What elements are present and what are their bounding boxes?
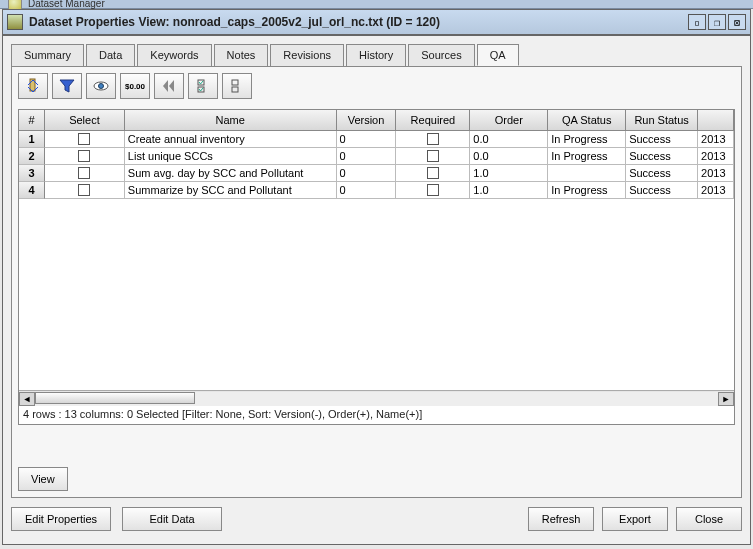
checkbox-icon[interactable] [427, 167, 439, 179]
cell-name: Summarize by SCC and Pollutant [125, 182, 337, 199]
table-status: 4 rows : 13 columns: 0 Selected [Filter:… [19, 406, 734, 424]
checkbox-icon[interactable] [78, 184, 90, 196]
close-icon[interactable]: ⊠ [728, 14, 746, 30]
cell-order: 1.0 [470, 182, 548, 199]
clear-selection-icon[interactable] [222, 73, 252, 99]
edit-data-button[interactable]: Edit Data [122, 507, 222, 531]
checkbox-icon[interactable] [78, 167, 90, 179]
col-header-name[interactable]: Name [125, 110, 337, 130]
window-titlebar[interactable]: Dataset Properties View: nonroad_caps_20… [2, 9, 751, 35]
format-icon[interactable]: $0.00 [120, 73, 150, 99]
edit-properties-button[interactable]: Edit Properties [11, 507, 111, 531]
select-checkbox[interactable] [45, 148, 125, 165]
toolbar: $0.00 [12, 67, 741, 105]
refresh-button[interactable]: Refresh [528, 507, 594, 531]
scroll-thumb[interactable] [35, 392, 195, 404]
cell-name: List unique SCCs [125, 148, 337, 165]
cell-version: 0 [337, 148, 397, 165]
select-checkbox[interactable] [45, 131, 125, 148]
cell-run-status: Success [626, 131, 698, 148]
cell-qa-status: In Progress [548, 131, 626, 148]
col-header--[interactable]: # [19, 110, 45, 130]
cell-version: 0 [337, 165, 397, 182]
col-header-select[interactable]: Select [45, 110, 125, 130]
row-header[interactable]: 3 [19, 165, 45, 182]
required-checkbox[interactable] [396, 131, 470, 148]
row-header[interactable]: 4 [19, 182, 45, 199]
col-header-extra[interactable] [698, 110, 734, 130]
cell-run-status: Success [626, 182, 698, 199]
checkbox-icon[interactable] [427, 150, 439, 162]
cell-extra: 2013 [698, 131, 734, 148]
required-checkbox[interactable] [396, 165, 470, 182]
cell-name: Sum avg. day by SCC and Pollutant [125, 165, 337, 182]
cell-qa-status: In Progress [548, 182, 626, 199]
filter-icon[interactable] [52, 73, 82, 99]
tab-keywords[interactable]: Keywords [137, 44, 211, 66]
cell-extra: 2013 [698, 165, 734, 182]
cell-name: Create annual inventory [125, 131, 337, 148]
cell-version: 0 [337, 182, 397, 199]
required-checkbox[interactable] [396, 182, 470, 199]
col-header-run-status[interactable]: Run Status [626, 110, 698, 130]
cell-extra: 2013 [698, 182, 734, 199]
cell-order: 0.0 [470, 148, 548, 165]
cell-order: 0.0 [470, 131, 548, 148]
table-row[interactable]: 2List unique SCCs00.0In ProgressSuccess2… [19, 148, 734, 165]
table-row[interactable]: 1Create annual inventory00.0In ProgressS… [19, 131, 734, 148]
tab-qa[interactable]: QA [477, 44, 519, 66]
app-icon [7, 14, 23, 30]
col-header-qa-status[interactable]: QA Status [548, 110, 626, 130]
select-all-icon[interactable] [188, 73, 218, 99]
first-icon[interactable] [154, 73, 184, 99]
cell-qa-status [548, 165, 626, 182]
maximize-icon[interactable]: ❐ [708, 14, 726, 30]
cell-extra: 2013 [698, 148, 734, 165]
required-checkbox[interactable] [396, 148, 470, 165]
checkbox-icon[interactable] [78, 150, 90, 162]
select-checkbox[interactable] [45, 165, 125, 182]
table-row[interactable]: 4Summarize by SCC and Pollutant01.0In Pr… [19, 182, 734, 199]
cell-qa-status: In Progress [548, 148, 626, 165]
checkbox-icon[interactable] [427, 133, 439, 145]
col-header-required[interactable]: Required [396, 110, 470, 130]
tab-notes[interactable]: Notes [214, 44, 269, 66]
checkbox-icon[interactable] [427, 184, 439, 196]
row-header[interactable]: 1 [19, 131, 45, 148]
horizontal-scrollbar[interactable]: ◄ ► [19, 390, 734, 406]
svg-point-2 [99, 84, 104, 89]
tab-sources[interactable]: Sources [408, 44, 474, 66]
peek-window-title: Dataset Manager [28, 0, 105, 9]
svg-rect-6 [232, 87, 238, 92]
table-row[interactable]: 3Sum avg. day by SCC and Pollutant01.0Su… [19, 165, 734, 182]
window-title: Dataset Properties View: nonroad_caps_20… [29, 15, 440, 29]
view-button[interactable]: View [18, 467, 68, 491]
scroll-left-icon[interactable]: ◄ [19, 392, 35, 406]
row-header[interactable]: 2 [19, 148, 45, 165]
qa-table[interactable]: #SelectNameVersionRequiredOrderQA Status… [18, 109, 735, 425]
view-icon[interactable] [86, 73, 116, 99]
export-button[interactable]: Export [602, 507, 668, 531]
minimize-icon[interactable]: ▫ [688, 14, 706, 30]
scroll-right-icon[interactable]: ► [718, 392, 734, 406]
cell-run-status: Success [626, 148, 698, 165]
cell-version: 0 [337, 131, 397, 148]
tab-data[interactable]: Data [86, 44, 135, 66]
svg-rect-5 [232, 80, 238, 85]
close-button[interactable]: Close [676, 507, 742, 531]
cell-order: 1.0 [470, 165, 548, 182]
checkbox-icon[interactable] [78, 133, 90, 145]
cell-run-status: Success [626, 165, 698, 182]
sort-icon[interactable] [18, 73, 48, 99]
tab-history[interactable]: History [346, 44, 406, 66]
tab-summary[interactable]: Summary [11, 44, 84, 66]
select-checkbox[interactable] [45, 182, 125, 199]
tab-revisions[interactable]: Revisions [270, 44, 344, 66]
col-header-version[interactable]: Version [337, 110, 397, 130]
tab-panel-qa: $0.00 #SelectNameVersionRequiredOrderQA … [11, 66, 742, 498]
col-header-order[interactable]: Order [470, 110, 548, 130]
